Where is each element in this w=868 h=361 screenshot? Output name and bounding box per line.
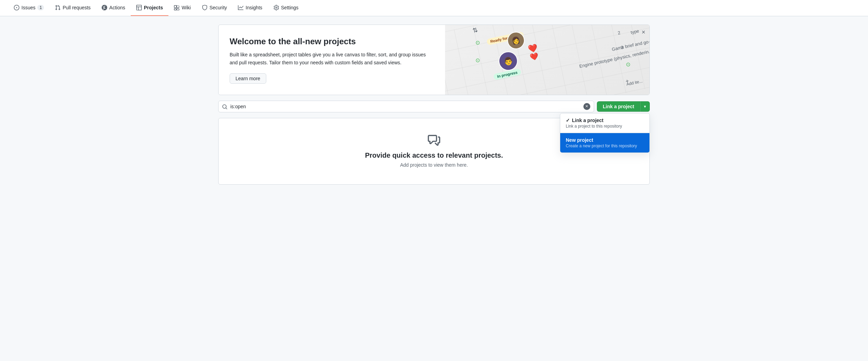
tab-wiki-label: Wiki (182, 5, 191, 10)
actions-icon (102, 5, 107, 10)
search-input[interactable] (230, 104, 581, 109)
tab-settings[interactable]: Settings (268, 0, 304, 16)
search-wrap: ✕ (218, 101, 594, 112)
tab-settings-label: Settings (281, 5, 299, 10)
security-icon (202, 5, 207, 10)
empty-state-description: Add projects to view them here. (227, 162, 641, 168)
tab-actions[interactable]: Actions (96, 0, 131, 16)
banner-close-button[interactable]: × (641, 29, 645, 35)
tab-projects-label: Projects (144, 5, 163, 10)
insights-icon (238, 5, 243, 10)
tab-wiki[interactable]: Wiki (168, 0, 196, 16)
tab-actions-label: Actions (109, 5, 125, 10)
search-clear-button[interactable]: ✕ (583, 103, 590, 110)
checkmark-icon: ✓ (566, 118, 570, 123)
settings-icon (274, 5, 279, 10)
tab-insights[interactable]: Insights (232, 0, 268, 16)
banner-title: Welcome to the all-new projects (230, 36, 434, 47)
search-row: ✕ Link a project ▾ ✓ Link a project Link… (218, 101, 650, 112)
search-icon (222, 103, 228, 109)
link-project-dropdown-button[interactable]: ▾ (640, 101, 650, 112)
main-content: Welcome to the all-new projects Built li… (213, 16, 655, 193)
banner-visual: ⇅ ⊙ Ready for review 👩 ❤️ ❤️ 👨 In progre… (445, 25, 649, 95)
link-project-dropdown-menu: ✓ Link a project Link a project to this … (560, 113, 650, 153)
banner-description: Built like a spreadsheet, project tables… (230, 51, 434, 66)
dropdown-item-new-project[interactable]: New project Create a new project for thi… (560, 133, 649, 152)
tab-issues-label: Issues (21, 5, 35, 10)
nav-tabs: Issues 1 Pull requests Actions Projects (0, 0, 868, 16)
dropdown-arrow-icon: ▾ (644, 104, 646, 109)
wiki-icon (174, 5, 179, 10)
issue-icon (14, 5, 19, 10)
link-project-button-group: Link a project ▾ ✓ Link a project Link a… (597, 101, 650, 112)
dropdown-item-link-desc: Link a project to this repository (566, 124, 644, 129)
tab-security-label: Security (210, 5, 227, 10)
welcome-banner: Welcome to the all-new projects Built li… (218, 25, 650, 95)
visual-heart-2: ❤️ (529, 52, 539, 62)
learn-more-button[interactable]: Learn more (230, 73, 266, 84)
tab-projects[interactable]: Projects (131, 0, 168, 16)
issues-badge: 1 (37, 5, 44, 10)
tab-pull-requests[interactable]: Pull requests (49, 0, 96, 16)
tab-security[interactable]: Security (196, 0, 233, 16)
dropdown-item-link-project[interactable]: ✓ Link a project Link a project to this … (560, 113, 649, 133)
pr-icon (55, 5, 61, 10)
projects-icon (136, 5, 142, 10)
tab-insights-label: Insights (246, 5, 262, 10)
tab-issues[interactable]: Issues 1 (8, 0, 49, 16)
dropdown-item-new-title: New project (566, 137, 644, 143)
link-project-button[interactable]: Link a project (597, 101, 640, 112)
dropdown-item-link-title: ✓ Link a project (566, 118, 644, 123)
banner-content: Welcome to the all-new projects Built li… (219, 25, 445, 95)
tab-pr-label: Pull requests (63, 5, 91, 10)
dropdown-item-new-desc: Create a new project for this repository (566, 144, 644, 148)
